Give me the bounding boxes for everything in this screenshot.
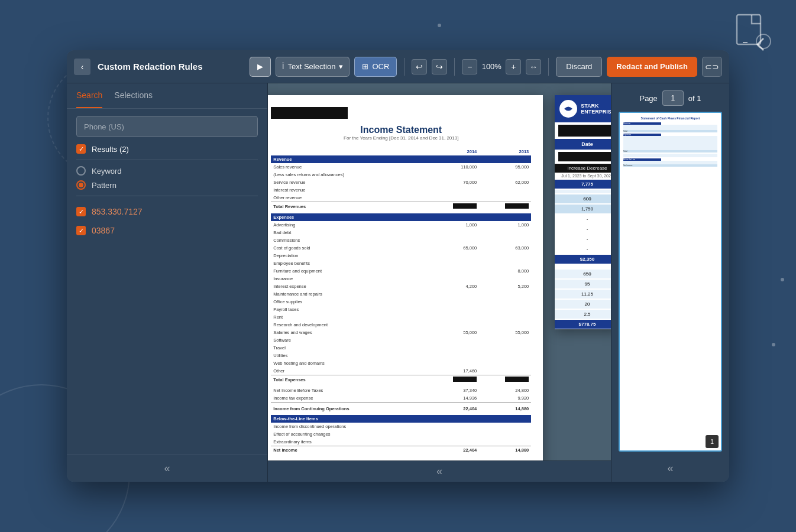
header-2014: 2014	[427, 148, 479, 155]
date-redact-bar	[558, 152, 611, 161]
doc-area: Income Statement For the Years Ending [D…	[268, 83, 611, 482]
collapse-right-panel-button[interactable]: «	[667, 462, 673, 475]
search-input-container	[67, 109, 267, 144]
keyword-radio-row: Keyword	[76, 166, 258, 176]
of-label: of 1	[688, 94, 701, 103]
title-bar: ‹ Custom Redaction Rules ▶ Ī Text Select…	[67, 50, 729, 83]
panel-tabs: Search Selections	[67, 83, 267, 109]
results-label: Results (2)	[92, 145, 129, 154]
svg-point-1	[756, 34, 771, 48]
page-number-badge: 1	[706, 435, 719, 448]
below-line-section-header: Below-the-Line Items	[271, 415, 531, 423]
pattern-label: Pattern	[92, 181, 117, 190]
results-section: Results (2) Keyword Pattern 853.330.7127	[67, 144, 267, 240]
pattern-radio-row: Pattern	[76, 180, 258, 190]
dropdown-arrow-icon: ▾	[339, 62, 343, 71]
ocr-label: OCR	[372, 62, 389, 71]
data-row-8: -	[555, 245, 611, 254]
pattern-radio[interactable]	[76, 180, 86, 190]
data-row-7: -	[555, 235, 611, 244]
data-row-1: 7,775	[555, 180, 611, 189]
left-panel: Search Selections Results (2) Keyword	[67, 83, 268, 482]
zoom-control: − 100% +	[462, 59, 521, 74]
data-row-14: 2.5	[555, 310, 611, 319]
result-1-text: 853.330.7127	[92, 207, 143, 216]
header-2013: 2013	[479, 148, 531, 155]
zoom-in-button[interactable]: +	[506, 59, 521, 74]
redacted-bar-1	[558, 125, 611, 137]
window-title: Custom Redaction Rules	[98, 61, 242, 72]
redact-publish-button[interactable]: Redact and Publish	[607, 57, 697, 77]
result-item-2: 03867	[76, 221, 258, 240]
page-navigation: Page of 1	[619, 90, 722, 106]
data-row-10: 650	[555, 270, 611, 278]
keyword-label: Keyword	[92, 167, 122, 176]
result-item-1: 853.330.7127	[76, 202, 258, 221]
cursor-icon: ▶	[257, 62, 263, 71]
content-area: Search Selections Results (2) Keyword	[67, 83, 729, 482]
income-subtitle: For the Years Ending [Dec 31, 2014 and D…	[271, 135, 531, 141]
search-input[interactable]	[76, 116, 258, 137]
stark-logo	[559, 100, 577, 118]
zoom-out-button[interactable]: −	[462, 59, 477, 74]
share-icon: ⊂⊃	[705, 62, 719, 72]
collapse-doc-button[interactable]: «	[436, 465, 442, 478]
tab-search[interactable]: Search	[76, 83, 102, 108]
text-selection-dropdown[interactable]: Ī Text Selection ▾	[276, 57, 350, 77]
page-number-input[interactable]	[662, 90, 684, 106]
top-right-doc-icon	[731, 12, 772, 53]
right-panel-footer: «	[619, 458, 722, 475]
page-thumbnail[interactable]: Statement of Cash Flows Financial Report…	[619, 112, 722, 452]
undo-button[interactable]: ↩	[412, 59, 427, 74]
thumbnail-content: Statement of Cash Flows Financial Report…	[620, 113, 721, 170]
stark-header: STARK ENTERPRISE	[555, 95, 611, 122]
results-row: Results (2)	[76, 144, 258, 154]
data-row-spacer	[555, 265, 611, 268]
ocr-scan-icon: ⊞	[362, 62, 368, 71]
data-row-9: $2,350	[555, 255, 611, 264]
result-2-checkbox[interactable]	[76, 226, 86, 235]
data-row-12: 11.25	[555, 290, 611, 299]
doc-scroll[interactable]: Income Statement For the Years Ending [D…	[268, 83, 611, 460]
right-panel: Page of 1 Statement of Cash Flows Financ…	[611, 83, 729, 482]
increase-decrease-header: Increase Decrease	[555, 164, 611, 173]
data-row-3: 600	[555, 194, 611, 203]
result-1-checkbox[interactable]	[76, 207, 86, 216]
discard-button[interactable]: Discard	[556, 57, 602, 77]
income-table: 2014 2013 Revenue Sales revenue 110,000	[271, 148, 531, 454]
data-row-2	[555, 190, 611, 193]
income-title: Income Statement	[271, 125, 531, 135]
date-range: Jul 1, 2023 to Sept 30, 2023	[555, 173, 611, 179]
date-label: Date	[555, 139, 611, 150]
income-header: Income Statement For the Years Ending [D…	[271, 125, 531, 141]
revenue-section-header: Revenue	[271, 155, 531, 163]
data-row-5: -	[555, 215, 611, 223]
doc-footer: «	[268, 460, 611, 482]
stark-doc-section: STARK ENTERPRISE Date Increase Decrease …	[555, 95, 611, 329]
results-checkbox[interactable]	[76, 144, 86, 154]
keyword-radio[interactable]	[76, 166, 86, 176]
collapse-panel-button[interactable]: «	[164, 462, 170, 475]
panel-footer: «	[67, 455, 267, 482]
page-label: Page	[639, 94, 657, 103]
income-statement-page: Income Statement For the Years Ending [D…	[268, 95, 543, 460]
expenses-section-header: Expenses	[271, 213, 531, 221]
data-row-15: $778.75	[555, 320, 611, 329]
text-icon: Ī	[282, 63, 284, 71]
back-button[interactable]: ‹	[74, 59, 90, 75]
data-row-4: 1,750	[555, 205, 611, 213]
result-2-text: 03867	[92, 226, 115, 235]
text-selection-label: Text Selection	[287, 62, 335, 71]
fit-width-button[interactable]: ↔	[526, 59, 541, 74]
share-button[interactable]: ⊂⊃	[702, 57, 722, 77]
zoom-level: 100%	[480, 62, 503, 71]
data-row-13: 20	[555, 300, 611, 309]
stark-company-name: STARK ENTERPRISE	[581, 103, 611, 115]
main-window: ‹ Custom Redaction Rules ▶ Ī Text Select…	[67, 50, 729, 482]
cursor-tool-button[interactable]: ▶	[250, 57, 271, 77]
ocr-button[interactable]: ⊞ OCR	[354, 57, 397, 77]
redo-button[interactable]: ↪	[432, 59, 447, 74]
data-row-6: -	[555, 225, 611, 233]
data-row-11: 95	[555, 280, 611, 288]
tab-selections[interactable]: Selections	[114, 83, 153, 108]
